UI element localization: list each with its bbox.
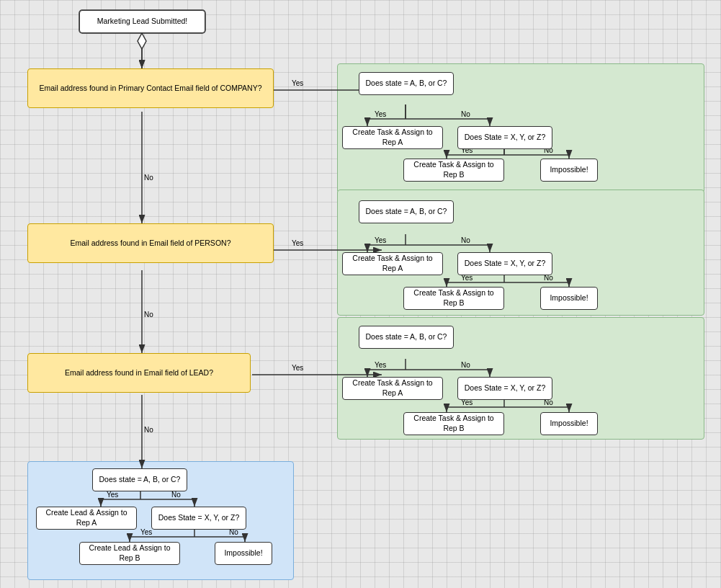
task-rep-a-3-label: Create Task & Assign to Rep A	[347, 378, 438, 398]
svg-text:Yes: Yes	[292, 364, 303, 372]
task-rep-a-2: Create Task & Assign to Rep A	[342, 252, 443, 275]
task-rep-b-3: Create Task & Assign to Rep B	[403, 412, 504, 435]
svg-marker-4	[138, 33, 146, 49]
svg-text:No: No	[144, 174, 153, 182]
task-rep-b-1: Create Task & Assign to Rep B	[403, 159, 504, 182]
svg-text:Yes: Yes	[375, 110, 386, 118]
state-xyz-4: Does State = X, Y, or Z?	[151, 507, 246, 530]
impossible-2-label: Impossible!	[550, 293, 588, 303]
state-abc-2: Does state = A, B, or C?	[359, 200, 454, 223]
svg-text:Yes: Yes	[375, 236, 386, 244]
svg-text:No: No	[461, 361, 470, 369]
task-rep-b-3-label: Create Task & Assign to Rep B	[408, 414, 499, 433]
svg-text:Yes: Yes	[140, 528, 152, 536]
state-xyz-2-label: Does State = X, Y, or Z?	[465, 259, 546, 269]
impossible-3: Impossible!	[540, 412, 598, 435]
state-abc-1: Does state = A, B, or C?	[359, 72, 454, 95]
svg-text:Yes: Yes	[292, 239, 303, 247]
lead-rep-b-label: Create Lead & Assign to Rep B	[84, 543, 175, 563]
state-abc-4: Does state = A, B, or C?	[92, 468, 187, 491]
svg-text:Yes: Yes	[107, 491, 118, 499]
impossible-1-label: Impossible!	[550, 165, 588, 175]
state-xyz-3: Does State = X, Y, or Z?	[457, 377, 552, 400]
state-abc-3: Does state = A, B, or C?	[359, 326, 454, 349]
impossible-2: Impossible!	[540, 287, 598, 310]
state-abc-1-label: Does state = A, B, or C?	[366, 79, 447, 89]
impossible-1: Impossible!	[540, 159, 598, 182]
svg-text:Yes: Yes	[292, 79, 303, 87]
svg-text:No: No	[461, 236, 470, 244]
state-xyz-1: Does State = X, Y, or Z?	[457, 126, 552, 149]
start-node: Marketing Lead Submitted!	[79, 10, 205, 33]
check3-label: Email address found in Email field of LE…	[65, 368, 213, 378]
check2-node: Email address found in Email field of PE…	[27, 223, 274, 263]
svg-text:No: No	[144, 311, 153, 318]
state-abc-3-label: Does state = A, B, or C?	[366, 332, 447, 342]
check1-node: Email address found in Primary Contact E…	[27, 68, 274, 108]
task-rep-b-1-label: Create Task & Assign to Rep B	[408, 160, 499, 179]
task-rep-a-1-label: Create Task & Assign to Rep A	[347, 128, 438, 147]
check3-node: Email address found in Email field of LE…	[27, 353, 251, 393]
task-rep-a-2-label: Create Task & Assign to Rep A	[347, 254, 438, 273]
lead-rep-a-label: Create Lead & Assign to Rep A	[41, 508, 132, 527]
state-abc-2-label: Does state = A, B, or C?	[366, 207, 447, 217]
check2-label: Email address found in Email field of PE…	[71, 239, 231, 249]
state-xyz-3-label: Does State = X, Y, or Z?	[465, 383, 546, 393]
task-rep-a-3: Create Task & Assign to Rep A	[342, 377, 443, 400]
svg-text:Yes: Yes	[375, 361, 386, 369]
impossible-3-label: Impossible!	[550, 419, 588, 429]
task-rep-a-1: Create Task & Assign to Rep A	[342, 126, 443, 149]
state-abc-4-label: Does state = A, B, or C?	[99, 475, 181, 485]
lead-rep-a: Create Lead & Assign to Rep A	[36, 507, 137, 530]
svg-text:No: No	[461, 110, 470, 118]
lead-rep-b: Create Lead & Assign to Rep B	[79, 542, 180, 565]
flowchart-canvas: Marketing Lead Submitted! Yes No Yes No …	[0, 0, 721, 588]
state-xyz-2: Does State = X, Y, or Z?	[457, 252, 552, 275]
start-label: Marketing Lead Submitted!	[97, 17, 188, 27]
check1-label: Email address found in Primary Contact E…	[39, 84, 261, 94]
task-rep-b-2-label: Create Task & Assign to Rep B	[408, 288, 499, 308]
state-xyz-1-label: Does State = X, Y, or Z?	[465, 133, 546, 143]
task-rep-b-2: Create Task & Assign to Rep B	[403, 287, 504, 310]
impossible-4-label: Impossible!	[224, 548, 262, 558]
svg-text:No: No	[144, 426, 153, 434]
svg-text:No: No	[171, 491, 181, 499]
impossible-4: Impossible!	[215, 542, 272, 565]
state-xyz-4-label: Does State = X, Y, or Z?	[158, 513, 240, 523]
